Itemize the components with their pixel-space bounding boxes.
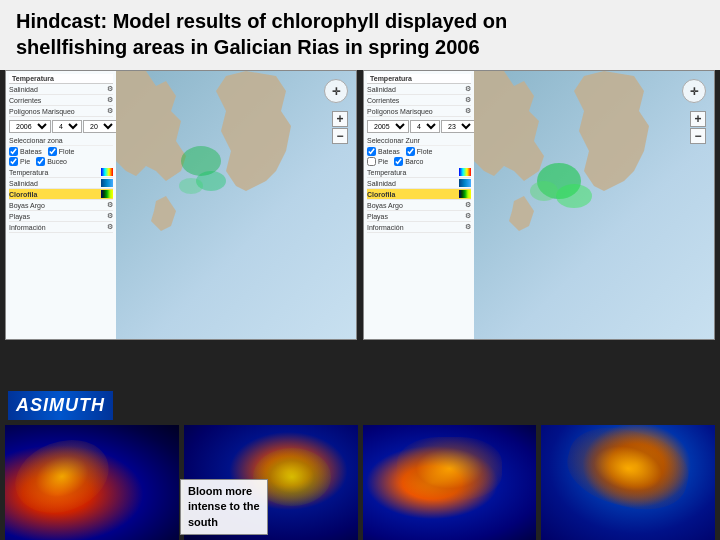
zoom-out-right[interactable]: −: [690, 128, 706, 144]
svg-marker-0: [116, 71, 186, 181]
selection-zone-right: Seleccionar Zunr: [367, 136, 471, 146]
svg-marker-7: [574, 71, 649, 191]
sidebar-boyas-left[interactable]: Boyas Argo ⚙: [9, 200, 113, 211]
map-terrain-left: [116, 71, 356, 339]
satellite-image-1: [5, 425, 179, 540]
svg-point-10: [556, 184, 592, 208]
gear-icon-pol-left: ⚙: [107, 107, 113, 115]
zoom-controls-right: + −: [690, 111, 706, 144]
map-content-left: ✛ + −: [116, 71, 356, 339]
year-select-right[interactable]: 2005: [367, 120, 409, 133]
annotation-box: Bloom more intense to the south: [180, 479, 268, 535]
year-select-left[interactable]: 2006: [9, 120, 51, 133]
svg-marker-1: [216, 71, 291, 191]
map-panel-left: Temperatura Salinidad ⚙ Corrientes ⚙ Pol…: [5, 70, 357, 340]
sidebar-info-left[interactable]: Información ⚙: [9, 222, 113, 233]
check-pie-right: Pie Barco: [367, 157, 471, 166]
sidebar-info-right[interactable]: Información ⚙: [367, 222, 471, 233]
title-line1: Hindcast: Model results of chlorophyll d…: [16, 8, 704, 60]
zoom-out-left[interactable]: −: [332, 128, 348, 144]
maps-area: Temperatura Salinidad ⚙ Corrientes ⚙ Pol…: [5, 70, 715, 340]
gear-icon-sal-right: ⚙: [465, 85, 471, 93]
sidebar-corrientes-left[interactable]: Corrientes ⚙: [9, 95, 113, 106]
sidebar-boyas-right[interactable]: Boyas Argo ⚙: [367, 200, 471, 211]
sidebar-clorofila-left[interactable]: Clorofila: [9, 189, 113, 200]
month-select-right[interactable]: 4: [410, 120, 440, 133]
svg-point-11: [530, 181, 558, 201]
sidebar-sal-left[interactable]: Salinidad: [9, 178, 113, 189]
day-select-right[interactable]: 23: [441, 120, 475, 133]
slide: Hindcast: Model results of chlorophyll d…: [0, 0, 720, 540]
gear-icon-cor-right: ⚙: [465, 96, 471, 104]
gear-icon-sal-left: ⚙: [107, 85, 113, 93]
asimuth-logo: ASIMUTH: [8, 391, 113, 420]
sidebar-clorofila-right[interactable]: Clorofila: [367, 189, 471, 200]
sidebar-corrientes-right[interactable]: Corrientes ⚙: [367, 95, 471, 106]
gear-icon-boyas-left: ⚙: [107, 201, 113, 209]
zoom-controls-left: + −: [332, 111, 348, 144]
svg-marker-6: [474, 71, 544, 181]
zoom-in-left[interactable]: +: [332, 111, 348, 127]
title-area: Hindcast: Model results of chlorophyll d…: [0, 0, 720, 70]
map-sidebar-left: Temperatura Salinidad ⚙ Corrientes ⚙ Pol…: [6, 71, 116, 339]
sidebar-temp-left[interactable]: Temperatura: [9, 167, 113, 178]
sidebar-playas-right[interactable]: Playas ⚙: [367, 211, 471, 222]
sidebar-salinidad-right[interactable]: Salinidad ⚙: [367, 84, 471, 95]
map-sidebar-right: Temperatura Salinidad ⚙ Corrientes ⚙ Pol…: [364, 71, 474, 339]
map-header-right: Temperatura: [367, 74, 471, 84]
gear-icon-info-right: ⚙: [465, 223, 471, 231]
gear-icon-pol-right: ⚙: [465, 107, 471, 115]
month-select-left[interactable]: 4: [52, 120, 82, 133]
sidebar-poligonos-left[interactable]: Polígonos Marisqueo ⚙: [9, 106, 113, 117]
gear-icon-cor-left: ⚙: [107, 96, 113, 104]
day-select-left[interactable]: 20: [83, 120, 117, 133]
map-header-left: Temperatura: [9, 74, 113, 84]
bottom-strip: [5, 425, 715, 540]
compass-right: ✛: [682, 79, 706, 103]
gear-icon-playas-right: ⚙: [465, 212, 471, 220]
coastline-svg-left: [116, 71, 356, 339]
svg-point-5: [179, 178, 203, 194]
sidebar-temp-right[interactable]: Temperatura: [367, 167, 471, 178]
map-terrain-right: [474, 71, 714, 339]
check-bateas-left: Bateas Flote: [9, 147, 113, 156]
date-selects-right: 2005 4 23: [367, 119, 471, 134]
coastline-svg-right: [474, 71, 714, 339]
map-content-right: ✛ + −: [474, 71, 714, 339]
sidebar-playas-left[interactable]: Playas ⚙: [9, 211, 113, 222]
zoom-in-right[interactable]: +: [690, 111, 706, 127]
satellite-image-3: [363, 425, 537, 540]
check-pie-left: Pie Buceo: [9, 157, 113, 166]
satellite-image-4: [541, 425, 715, 540]
sidebar-poligonos-right[interactable]: Polígonos Marisqueo ⚙: [367, 106, 471, 117]
svg-marker-8: [509, 196, 534, 231]
check-bateas-right: Bateas Flote: [367, 147, 471, 156]
sidebar-salinidad-left[interactable]: Salinidad ⚙: [9, 84, 113, 95]
sidebar-sal-right[interactable]: Salinidad: [367, 178, 471, 189]
svg-marker-2: [151, 196, 176, 231]
gear-icon-playas-left: ⚙: [107, 212, 113, 220]
map-panel-right: Temperatura Salinidad ⚙ Corrientes ⚙ Pol…: [363, 70, 715, 340]
compass-left: ✛: [324, 79, 348, 103]
date-selects-left: 2006 4 20: [9, 119, 113, 134]
gear-icon-info-left: ⚙: [107, 223, 113, 231]
gear-icon-boyas-right: ⚙: [465, 201, 471, 209]
selection-zone-left: Seleccionar zona: [9, 136, 113, 146]
